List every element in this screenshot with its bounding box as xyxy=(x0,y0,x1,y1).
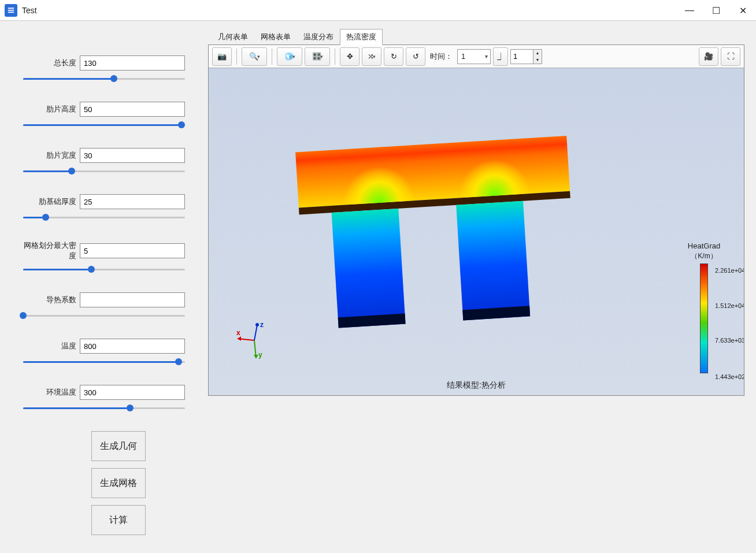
rotate-cw-button[interactable]: ↻ xyxy=(384,47,403,66)
param-label-total_length: 总长度 xyxy=(23,58,80,68)
param-input-mesh_density[interactable] xyxy=(80,243,185,258)
step-input[interactable] xyxy=(510,49,533,64)
time-select[interactable]: 1 xyxy=(457,49,491,64)
param-label-mesh_density: 网格划分最大密度 xyxy=(23,240,80,261)
svg-line-7 xyxy=(254,325,257,340)
compute-button[interactable]: 计算 xyxy=(91,505,146,535)
result-model xyxy=(295,135,596,348)
colormap-button[interactable]: 🎛️▾ xyxy=(305,47,330,66)
param-label-temperature: 温度 xyxy=(23,341,80,351)
legend-title: HeatGrad xyxy=(672,242,736,250)
fullscreen-button[interactable]: ⛶ xyxy=(721,47,740,66)
param-label-fin_height: 肋片高度 xyxy=(23,104,80,114)
screenshot-button[interactable]: 📷 xyxy=(212,47,232,66)
step-spinner[interactable]: ▴▾ xyxy=(510,49,542,64)
rotate-ccw-icon: ↺ xyxy=(413,52,419,61)
separator xyxy=(236,49,237,65)
separator xyxy=(272,49,272,65)
param-slider-fin_height[interactable] xyxy=(23,120,185,129)
param-label-fin_base_thk: 肋基础厚度 xyxy=(23,196,80,207)
separator xyxy=(335,49,335,65)
viewport-3d[interactable]: x y z HeatGrad （K/m） 2.261e+041.512e+047… xyxy=(209,68,744,395)
param-label-ambient_temp: 环境温度 xyxy=(23,387,80,398)
tab-3[interactable]: 热流密度 xyxy=(340,29,383,45)
param-slider-temperature[interactable] xyxy=(23,357,185,366)
svg-marker-4 xyxy=(238,336,241,341)
render-mode-button[interactable]: 🧊▾ xyxy=(277,47,302,66)
window-titlebar: Test ― ☐ ✕ xyxy=(0,0,756,21)
legend-tick: 2.261e+04 xyxy=(715,267,744,274)
move-icon: ✥ xyxy=(347,52,353,61)
color-legend: HeatGrad （K/m） 2.261e+041.512e+047.633e+… xyxy=(672,242,736,373)
record-button[interactable]: 🎥 xyxy=(699,47,718,66)
axis-x-label: x xyxy=(236,329,240,337)
rotate-ccw-button[interactable]: ↺ xyxy=(406,47,425,66)
app-icon xyxy=(5,4,17,17)
pan-button[interactable]: ✥ xyxy=(340,47,360,66)
svg-rect-0 xyxy=(8,8,14,9)
parameter-panel: 总长度肋片高度肋片宽度肋基础厚度网格划分最大密度导热系数温度环境温度生成几何生成… xyxy=(0,21,208,553)
time-select-value: 1 xyxy=(461,52,465,61)
window-minimize-button[interactable]: ― xyxy=(676,0,703,21)
axis-orient-button[interactable]: ⤭▾ xyxy=(362,47,381,66)
axis-y-label: y xyxy=(258,351,262,359)
window-title: Test xyxy=(22,6,37,15)
legend-tick: 1.443e+02 xyxy=(715,373,744,380)
tab-1[interactable]: 网格表单 xyxy=(254,29,297,45)
svg-rect-2 xyxy=(8,12,14,13)
legend-unit: （K/m） xyxy=(672,251,736,261)
param-slider-fin_width[interactable] xyxy=(23,166,185,176)
param-slider-total_length[interactable] xyxy=(23,74,185,83)
step-down-button[interactable]: ▾ xyxy=(533,57,542,64)
axis-z-label: z xyxy=(260,321,264,329)
zoom-button[interactable]: 🔍▾ xyxy=(242,47,267,66)
svg-marker-6 xyxy=(254,355,258,358)
legend-tick: 1.512e+04 xyxy=(715,302,744,309)
axis-triad: x y z xyxy=(234,320,275,361)
param-slider-conductivity[interactable] xyxy=(23,311,185,320)
param-label-conductivity: 导热系数 xyxy=(23,295,80,305)
window-maximize-button[interactable]: ☐ xyxy=(703,0,729,21)
svg-point-8 xyxy=(255,323,259,326)
param-input-conductivity[interactable] xyxy=(80,292,185,307)
step-up-button[interactable]: ▴ xyxy=(533,50,542,57)
param-input-fin_base_thk[interactable] xyxy=(80,194,185,209)
video-camera-icon: 🎥 xyxy=(704,52,713,61)
param-input-total_length[interactable] xyxy=(80,55,185,70)
generate-mesh-button[interactable]: 生成网格 xyxy=(91,468,146,498)
param-slider-ambient_temp[interactable] xyxy=(23,403,185,413)
viewer-toolbar: 📷 🔍▾ 🧊▾ 🎛️▾ ✥ ⤭▾ ↻ ↺ 时间： 1 ⏌ ▴▾ � xyxy=(209,45,744,68)
tab-2[interactable]: 温度分布 xyxy=(297,29,340,45)
param-input-temperature[interactable] xyxy=(80,339,185,354)
time-label: 时间： xyxy=(430,51,453,62)
param-input-ambient_temp[interactable] xyxy=(80,385,185,400)
camera-icon: 📷 xyxy=(217,52,227,61)
svg-rect-1 xyxy=(8,9,14,10)
legend-colorbar xyxy=(700,263,708,373)
window-close-button[interactable]: ✕ xyxy=(729,0,756,21)
tab-0[interactable]: 几何表单 xyxy=(212,29,254,45)
step-end-icon: ⏌ xyxy=(497,52,505,61)
param-slider-mesh_density[interactable] xyxy=(23,265,185,274)
param-label-fin_width: 肋片宽度 xyxy=(23,150,80,161)
rotate-cw-icon: ↻ xyxy=(391,52,397,61)
generate-geometry-button[interactable]: 生成几何 xyxy=(91,431,146,461)
result-caption: 结果模型:热分析 xyxy=(447,380,506,391)
param-input-fin_width[interactable] xyxy=(80,148,185,163)
param-input-fin_height[interactable] xyxy=(80,102,185,117)
page-end-button[interactable]: ⏌ xyxy=(493,47,508,66)
fullscreen-icon: ⛶ xyxy=(727,52,735,61)
param-slider-fin_base_thk[interactable] xyxy=(23,213,185,222)
legend-tick: 7.633e+03 xyxy=(715,337,744,344)
canvas-frame: 📷 🔍▾ 🧊▾ 🎛️▾ ✥ ⤭▾ ↻ ↺ 时间： 1 ⏌ ▴▾ � xyxy=(208,44,744,396)
tab-bar: 几何表单网格表单温度分布热流密度 xyxy=(212,29,744,45)
viewer-panel: 几何表单网格表单温度分布热流密度 📷 🔍▾ 🧊▾ 🎛️▾ ✥ ⤭▾ ↻ ↺ 时间… xyxy=(208,21,756,553)
